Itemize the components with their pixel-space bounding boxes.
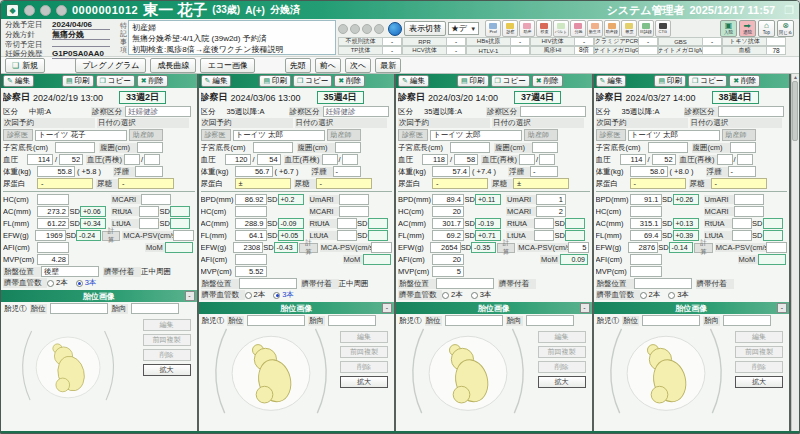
efw-value[interactable]: 2654 (430, 242, 461, 253)
mcari-value[interactable]: 2 (536, 206, 566, 217)
mcari-value[interactable] (734, 206, 764, 217)
doctor-button[interactable]: 診察医 (398, 129, 428, 141)
pregnogram-button[interactable]: プレグノグラム (75, 58, 146, 73)
urine-sugar-input[interactable]: - (711, 178, 767, 189)
midwife-button[interactable]: 助産師 (722, 129, 756, 141)
hc-value[interactable] (630, 206, 662, 217)
umari-value[interactable] (734, 194, 764, 205)
midwife-button[interactable]: 助産師 (524, 129, 558, 141)
abdomen-input[interactable] (335, 142, 361, 153)
fetal-zoom-button[interactable]: 拡大 (143, 364, 191, 376)
efw-value[interactable]: 1969 (35, 230, 66, 241)
doctor-name-input[interactable]: トーイツ 太郎 (628, 130, 720, 141)
exam-type-value[interactable] (520, 106, 586, 117)
exam-type-value[interactable]: 妊婦健診 (323, 106, 389, 117)
date-select-label[interactable]: 日付の選択 (295, 118, 387, 128)
urine-sugar-input[interactable]: - (118, 178, 174, 189)
session-button-1[interactable]: ⮕退院 (739, 20, 756, 37)
fl-value[interactable]: 64.1 (235, 230, 267, 241)
edit-button[interactable]: ✎ 編集 (398, 75, 429, 87)
fl-value[interactable]: 61.22 (37, 218, 69, 229)
fetal-edit-button[interactable]: 編集 (340, 331, 388, 343)
bpd-value[interactable]: 89.4 (432, 194, 464, 205)
fetal-copy-prev-button[interactable]: 前回複製 (340, 346, 388, 358)
session-button-0[interactable]: ▣入院 (720, 20, 737, 37)
mca-psv-value[interactable] (371, 242, 392, 253)
bp-diastolic-input[interactable]: 52 (652, 154, 676, 165)
bp-systolic-input[interactable]: 114 (27, 154, 53, 165)
vessels-3-radio[interactable]: 3本 (471, 290, 492, 300)
print-button[interactable]: ▤ 印刷 (259, 75, 291, 87)
minimize-icon[interactable]: - (777, 303, 787, 313)
rtuta-value[interactable] (534, 218, 554, 229)
patient-photo-button-2[interactable] (40, 5, 51, 16)
edit-button[interactable]: ✎ 編集 (3, 75, 34, 87)
session-button-2[interactable]: ⌂Top (758, 20, 775, 37)
hc-value[interactable] (37, 194, 69, 205)
placenta-value[interactable]: 後壁 (41, 266, 99, 277)
mvp-value[interactable]: 5 (432, 266, 464, 277)
bp-diastolic-input[interactable]: 54 (257, 154, 281, 165)
module-button-10[interactable]: CTG (655, 20, 671, 37)
ac-value[interactable]: 273.2 (37, 206, 69, 217)
fetal-delete-button[interactable]: 削除 (735, 361, 783, 373)
vertical-scrollbar[interactable]: ▲ (791, 74, 799, 431)
calc-button[interactable]: 計算 (694, 243, 712, 253)
module-button-2[interactable]: 助産 (519, 20, 535, 37)
vessels-3-radio[interactable]: 3本 (273, 290, 294, 300)
doctor-button[interactable]: 診察医 (596, 129, 626, 141)
fetal-position-input[interactable] (247, 315, 305, 326)
bp-diastolic-input[interactable]: 52 (59, 154, 83, 165)
print-button[interactable]: ▤ 印刷 (62, 75, 94, 87)
module-button-8[interactable]: 帳票 (621, 20, 637, 37)
doctor-name-input[interactable]: トーイツ 太郎 (233, 130, 325, 141)
bp-recheck-dia-input[interactable] (737, 154, 753, 165)
umari-value[interactable]: 1 (536, 194, 566, 205)
round-button-2[interactable] (350, 24, 360, 34)
patient-photo-button-3[interactable] (56, 5, 67, 16)
abdomen-input[interactable] (137, 142, 163, 153)
bp-systolic-input[interactable]: 120 (225, 154, 251, 165)
delete-button[interactable]: ✖ 削除 (729, 75, 760, 87)
afi-value[interactable] (235, 254, 267, 265)
placenta-value[interactable] (239, 278, 297, 289)
ac-value[interactable]: 315.1 (630, 218, 662, 229)
fetal-direction-input[interactable] (723, 315, 771, 326)
umari-value[interactable] (339, 194, 369, 205)
edit-button[interactable]: ✎ 編集 (201, 75, 232, 87)
fetal-position-input[interactable] (445, 315, 503, 326)
delete-button[interactable]: ✖ 削除 (532, 75, 563, 87)
calc-button[interactable]: 計算 (102, 231, 120, 241)
fl-value[interactable]: 69.4 (630, 230, 662, 241)
date-select-label[interactable]: 日付の選択 (492, 118, 584, 128)
fetal-copy-prev-button[interactable]: 前回複製 (735, 346, 783, 358)
delete-button[interactable]: ✖ 削除 (137, 75, 168, 87)
new-record-button[interactable]: ❏ 新規 (5, 58, 45, 73)
module-button-6[interactable]: 新生児 (587, 20, 603, 37)
fl-value[interactable]: 69.2 (432, 230, 464, 241)
ac-value[interactable]: 288.9 (235, 218, 267, 229)
midwife-button[interactable]: 助産師 (327, 129, 361, 141)
bp-recheck-sys-input[interactable] (124, 154, 140, 165)
bp-recheck-sys-input[interactable] (519, 154, 535, 165)
doctor-name-input[interactable]: トーイツ 太郎 (430, 130, 522, 141)
module-button-0[interactable]: Prof (485, 20, 501, 37)
rtuta-value[interactable] (139, 206, 159, 217)
fetal-zoom-button[interactable]: 拡大 (538, 376, 586, 388)
vessels-3-radio[interactable]: 3本 (668, 290, 689, 300)
vessels-2-radio[interactable]: 2本 (47, 278, 68, 288)
calc-button[interactable]: 計算 (497, 243, 515, 253)
afi-value[interactable] (630, 254, 662, 265)
fetal-delete-button[interactable]: 削除 (143, 349, 191, 361)
rtuta-value[interactable] (337, 218, 357, 229)
placenta-value[interactable] (634, 278, 692, 289)
module-button-1[interactable]: 診察 (502, 20, 518, 37)
urine-protein-input[interactable]: - (630, 178, 686, 189)
fetal-direction-input[interactable] (328, 315, 376, 326)
scroll-up-icon[interactable]: ▲ (793, 74, 798, 81)
fetal-zoom-button[interactable]: 拡大 (735, 376, 783, 388)
fetal-direction-input[interactable] (131, 303, 179, 314)
urine-protein-input[interactable]: - (37, 178, 93, 189)
efw-value[interactable]: 2308 (233, 242, 264, 253)
minimize-icon[interactable]: - (580, 303, 590, 313)
